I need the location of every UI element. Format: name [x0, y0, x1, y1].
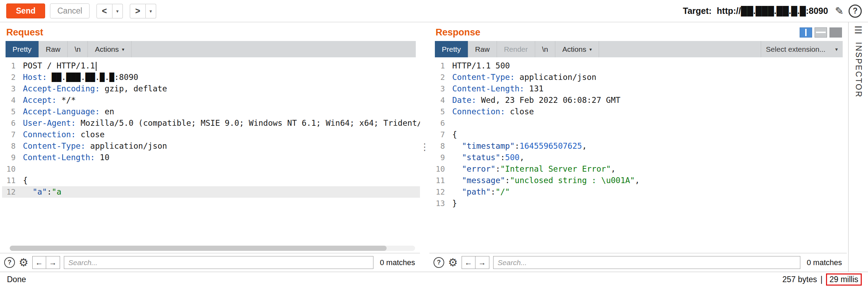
line-text: Date: Wed, 23 Feb 2022 06:08:27 GMT [449, 95, 621, 106]
response-match-count: 0 matches [807, 258, 842, 267]
line-number: 10 [431, 163, 449, 175]
search-help-icon[interactable]: ? [433, 257, 444, 268]
status-text: Done [7, 275, 26, 284]
code-line: 8Content-Type: application/json [2, 140, 420, 152]
response-tab-newline[interactable]: \n [535, 41, 556, 57]
line-number: 12 [431, 186, 449, 198]
line-number: 3 [2, 83, 20, 95]
response-tab-render[interactable]: Render [497, 41, 535, 57]
scrollbar-thumb[interactable] [10, 246, 387, 251]
previous-match-button[interactable]: ← [32, 256, 46, 269]
stacked-view-icon[interactable] [815, 27, 827, 38]
send-button[interactable]: Send [6, 3, 45, 18]
chevron-down-icon: ▾ [589, 47, 592, 52]
response-search-input[interactable] [493, 256, 800, 269]
request-tab-raw[interactable]: Raw [39, 41, 68, 57]
line-text: Accept-Encoding: gzip, deflate [20, 83, 167, 95]
forward-navigation-group: > ▾ [130, 4, 156, 18]
inspector-tab[interactable]: INSPECTOR [854, 42, 863, 98]
line-number: 6 [2, 117, 20, 129]
request-tab-actions[interactable]: Actions ▾ [88, 41, 132, 57]
code-line: 8 "timestamp":1645596507625, [431, 140, 847, 152]
line-text: "message":"unclosed string : \u001A", [449, 175, 640, 186]
stats-separator: | [820, 275, 823, 284]
response-search-bar: ? ⚙ ← → 0 matches [429, 253, 847, 272]
line-text: Content-Type: application/json [449, 72, 596, 83]
request-search-bar: ? ⚙ ← → 0 matches [0, 253, 420, 272]
line-number: 9 [2, 152, 20, 163]
response-viewer[interactable]: 1HTTP/1.1 5002Content-Type: application/… [429, 57, 847, 253]
request-search-input[interactable] [64, 256, 373, 269]
tab-bar-spacer [132, 41, 416, 57]
code-line: 9 "status":500, [431, 152, 847, 163]
back-history-dropdown[interactable]: ▾ [112, 4, 123, 18]
response-title-row: Response [429, 22, 847, 40]
text-cursor [96, 62, 96, 71]
forward-history-dropdown[interactable]: ▾ [146, 4, 156, 18]
horizontal-scrollbar[interactable] [10, 246, 415, 251]
request-panel: Request Pretty Raw \n Actions ▾ 1POST / … [0, 22, 420, 272]
forward-button[interactable]: > [130, 4, 146, 18]
response-tab-pretty[interactable]: Pretty [435, 41, 468, 57]
line-number: 2 [431, 72, 449, 83]
next-match-button[interactable]: → [46, 256, 60, 269]
request-tab-pretty[interactable]: Pretty [6, 41, 39, 57]
back-button[interactable]: < [96, 4, 112, 18]
code-line: 5Accept-Language: en [2, 106, 420, 117]
line-number: 4 [431, 95, 449, 106]
edit-target-icon[interactable]: ✎ [835, 5, 844, 17]
line-text: Content-Length: 10 [20, 152, 109, 163]
line-number: 5 [2, 106, 20, 117]
search-settings-gear-icon[interactable]: ⚙ [19, 257, 28, 268]
code-line: 10 [2, 163, 420, 175]
layout-switcher [800, 27, 842, 38]
cancel-button[interactable]: Cancel [50, 3, 90, 18]
line-number: 12 [2, 186, 20, 198]
single-view-icon[interactable] [829, 27, 842, 38]
line-number: 8 [2, 140, 20, 152]
help-icon[interactable]: ? [849, 5, 862, 18]
line-text: Content-Length: 131 [449, 83, 543, 95]
select-extension-dropdown[interactable]: Select extension... ▾ [761, 41, 843, 57]
toolbar: Send Cancel < ▾ > ▾ Target: http://██.██… [0, 0, 868, 22]
side-by-side-view-icon[interactable] [800, 27, 812, 38]
response-tab-actions[interactable]: Actions ▾ [555, 41, 599, 57]
line-number: 6 [431, 117, 449, 129]
search-settings-gear-icon[interactable]: ⚙ [448, 257, 458, 268]
line-text: Content-Type: application/json [20, 140, 167, 152]
next-match-button[interactable]: → [475, 256, 489, 269]
target-display: Target: http://██.███.██.█.█:8090 [683, 6, 828, 16]
request-editor[interactable]: 1POST / HTTP/1.12Host: ██.███.██.█.█:809… [0, 57, 420, 253]
line-text: "a":"a [20, 186, 61, 198]
line-number: 11 [2, 175, 20, 186]
main-area: Request Pretty Raw \n Actions ▾ 1POST / … [0, 22, 868, 272]
line-number: 4 [2, 95, 20, 106]
line-text: "error":"Internal Server Error", [449, 163, 616, 175]
request-tab-newline[interactable]: \n [68, 41, 88, 57]
line-number: 2 [2, 72, 20, 83]
menu-icon[interactable]: ☰ [854, 26, 862, 35]
millis-count-highlighted: 29 millis [826, 273, 862, 286]
line-text: POST / HTTP/1.1 [20, 60, 96, 72]
request-panel-title: Request [6, 27, 43, 38]
search-help-icon[interactable]: ? [4, 257, 15, 268]
arrow-right-icon: → [478, 258, 486, 267]
target-url: http://██.███.██.█.█:8090 [717, 6, 828, 16]
code-line: 10 "error":"Internal Server Error", [431, 163, 847, 175]
request-title-row: Request [0, 22, 420, 40]
line-number: 13 [431, 198, 449, 209]
previous-match-button[interactable]: ← [462, 256, 475, 269]
line-text: HTTP/1.1 500 [449, 60, 510, 72]
panel-resize-handle[interactable]: ⋮ [420, 22, 429, 272]
code-line: 4Date: Wed, 23 Feb 2022 06:08:27 GMT [431, 95, 847, 106]
code-line: 11{ [2, 175, 420, 186]
response-tab-raw[interactable]: Raw [468, 41, 497, 57]
code-line: 6 [431, 117, 847, 129]
code-line: 5Connection: close [431, 106, 847, 117]
status-bar: Done 257 bytes | 29 millis [0, 272, 868, 287]
line-text: } [449, 198, 457, 209]
code-line: 1HTTP/1.1 500 [431, 60, 847, 72]
actions-label: Actions [562, 45, 586, 54]
line-text: { [449, 129, 457, 140]
line-number: 7 [2, 129, 20, 140]
